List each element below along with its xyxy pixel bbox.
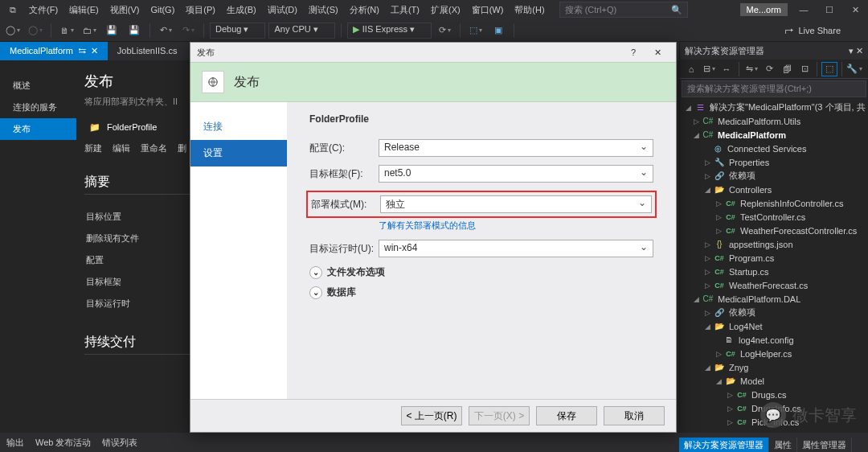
panel-close-icon[interactable]: ✕ — [856, 46, 863, 55]
tab-property-manager[interactable]: 属性管理器 — [797, 438, 852, 452]
menu-extensions[interactable]: 扩展(X) — [426, 2, 465, 18]
deploy-info-link[interactable]: 了解有关部署模式的信息 — [379, 220, 653, 232]
menu-test[interactable]: 测试(S) — [304, 2, 343, 18]
tab-solution-explorer[interactable]: 解决方案资源管理器 — [679, 438, 769, 452]
platform-select[interactable]: Any CPU ▾ — [268, 23, 334, 39]
tree-log4netcfg[interactable]: 🗎log4net.config — [680, 333, 868, 347]
tree-program[interactable]: ▷C#Program.cs — [680, 251, 868, 265]
status-web-publish[interactable]: Web 发布活动 — [35, 437, 91, 449]
window-maximize[interactable]: ☐ — [820, 2, 839, 18]
open-icon[interactable]: 🗀▾ — [80, 23, 99, 39]
tree-loghelper[interactable]: ▷C#LogHelper.cs — [680, 347, 868, 360]
filter-icon[interactable]: ⊡ — [796, 62, 813, 76]
copy-icon[interactable]: 🗐 — [779, 62, 795, 76]
tree-dal-deps[interactable]: ▷🔗依赖项 — [680, 306, 868, 319]
panel-dropdown-icon[interactable]: ▾ — [849, 46, 854, 55]
home-icon[interactable]: ⌂ — [683, 62, 699, 76]
dialog-help-button[interactable]: ? — [621, 47, 645, 57]
nav-connected[interactable]: 连接的服务 — [10, 97, 76, 118]
tree-connected[interactable]: ◎Connected Services — [680, 142, 868, 155]
solution-search[interactable]: 搜索解决方案资源管理器(Ctrl+;) — [682, 80, 866, 97]
nav-forward-icon[interactable]: ◯▾ — [26, 23, 45, 39]
menu-view[interactable]: 视图(V) — [105, 2, 145, 18]
ext-icon[interactable]: ▣ — [489, 23, 508, 39]
config-select[interactable]: Debug ▾ — [210, 23, 265, 39]
menu-window[interactable]: 窗口(W) — [467, 2, 509, 18]
tree-log4net[interactable]: ◢📂Log4Net — [680, 319, 868, 333]
runtime-select[interactable]: win-x64 — [379, 240, 653, 257]
nav-back-icon[interactable]: ◯▾ — [3, 23, 23, 39]
menu-analyze[interactable]: 分析(N) — [345, 2, 384, 18]
sync-icon[interactable]: ↔ — [719, 62, 735, 76]
tree-drugs[interactable]: ▷C#Drugs.cs — [680, 388, 868, 401]
collapse-icon[interactable]: ⊟▾ — [701, 62, 717, 76]
menu-file[interactable]: 文件(F) — [24, 2, 63, 18]
run-button[interactable]: ▶IIS Express ▾ — [347, 23, 432, 39]
status-error-list[interactable]: 错误列表 — [102, 437, 137, 449]
tree-dal[interactable]: ◢C#MedicalPlatform.DAL — [680, 292, 868, 306]
expand-database[interactable]: ⌄ — [309, 286, 322, 299]
link-delete[interactable]: 删 — [178, 143, 186, 153]
menu-git[interactable]: Git(G) — [145, 3, 179, 16]
tree-solution[interactable]: ◢☰解决方案"MedicalPlatform"(3 个项目, 共 — [680, 101, 868, 114]
dialog-tab-connect[interactable]: 连接 — [190, 113, 287, 140]
expand-file-options[interactable]: ⌄ — [309, 266, 322, 279]
tree-pickinfo[interactable]: ▷C#Pick_Info.cs — [680, 415, 868, 429]
props-icon[interactable]: 🔧▾ — [846, 62, 862, 76]
cancel-button[interactable]: 取消 — [604, 406, 665, 425]
tab-joblisten[interactable]: JobListenIIS.cs — [108, 42, 187, 60]
nav-overview[interactable]: 概述 — [10, 75, 76, 97]
tree-replenish[interactable]: ▷C#Replenish_Info.cs — [680, 429, 868, 433]
window-minimize[interactable]: — — [794, 2, 813, 18]
nav-publish[interactable]: 发布 — [0, 118, 76, 140]
tree-platform[interactable]: ◢C#MedicalPlatform — [680, 128, 868, 142]
prev-button[interactable]: < 上一页(R) — [401, 406, 462, 425]
tree-utils[interactable]: ▷C#MedicalPaltform.Utils — [680, 114, 868, 128]
menu-edit[interactable]: 编辑(E) — [64, 2, 104, 18]
window-close[interactable]: ✕ — [845, 2, 865, 18]
close-icon[interactable]: ✕ — [91, 46, 98, 56]
tree-startup[interactable]: ▷C#Startup.cs — [680, 265, 868, 278]
refresh-tree-icon[interactable]: ⟳ — [761, 62, 777, 76]
tree-znyg[interactable]: ◢📂Znyg — [680, 360, 868, 374]
tree-c2[interactable]: ▷C#TestController.cs — [680, 210, 868, 224]
tree-appsettings[interactable]: ▷{}appsettings.json — [680, 237, 868, 251]
show-all-icon[interactable]: ⇋▾ — [743, 62, 760, 76]
menu-tools[interactable]: 工具(T) — [386, 2, 424, 18]
menu-help[interactable]: 帮助(H) — [510, 2, 549, 18]
menu-build[interactable]: 生成(B) — [222, 2, 261, 18]
refresh-icon[interactable]: ⟳▾ — [435, 23, 454, 39]
menu-debug[interactable]: 调试(D) — [263, 2, 302, 18]
tree-model[interactable]: ◢📂Model — [680, 374, 868, 388]
tab-medicalplatform[interactable]: MedicalPlatform ⮀ ✕ — [0, 42, 108, 60]
user-badge[interactable]: Me...orm — [740, 3, 788, 16]
link-rename[interactable]: 重命名 — [141, 143, 167, 153]
deploy-mode-select[interactable]: 独立 — [380, 195, 652, 213]
link-new[interactable]: 新建 — [84, 143, 102, 153]
save-button[interactable]: 保存 — [536, 406, 597, 425]
new-project-icon[interactable]: 🗎▾ — [57, 23, 76, 39]
global-search[interactable]: 搜索 (Ctrl+Q) 🔍 — [559, 2, 688, 18]
link-edit[interactable]: 编辑 — [113, 143, 130, 153]
config-select[interactable]: Release — [379, 139, 653, 157]
tree-c1[interactable]: ▷C#ReplenishInfoController.cs — [680, 196, 868, 210]
tree-drugsinfo[interactable]: ▷C#DrugsInfo.cs — [680, 401, 868, 415]
tree-c3[interactable]: ▷C#WeatherForecastController.cs — [680, 224, 868, 237]
redo-icon[interactable]: ↷▾ — [178, 23, 198, 39]
tree-props[interactable]: ▷🔧Properties — [680, 155, 868, 169]
pin-icon[interactable]: ⮀ — [78, 47, 86, 55]
tree-controllers[interactable]: ◢📂Controllers — [680, 183, 868, 196]
tab-properties[interactable]: 属性 — [769, 438, 797, 452]
dialog-close-button[interactable]: ✕ — [645, 47, 669, 58]
save-all-icon[interactable]: 💾 — [125, 23, 144, 39]
preview-icon[interactable]: ⬚ — [821, 62, 837, 76]
live-share-button[interactable]: ⮣ Live Share — [784, 26, 841, 35]
tree-deps[interactable]: ▷🔗依赖项 — [680, 169, 868, 183]
menu-project[interactable]: 项目(P) — [181, 2, 220, 18]
browser-icon[interactable]: ⬚▾ — [466, 23, 485, 39]
tree-weather[interactable]: ▷C#WeatherForecast.cs — [680, 278, 868, 292]
status-output[interactable]: 输出 — [6, 437, 24, 449]
save-icon[interactable]: 💾 — [102, 23, 121, 39]
framework-select[interactable]: net5.0 — [379, 165, 653, 183]
undo-icon[interactable]: ↶▾ — [156, 23, 175, 39]
